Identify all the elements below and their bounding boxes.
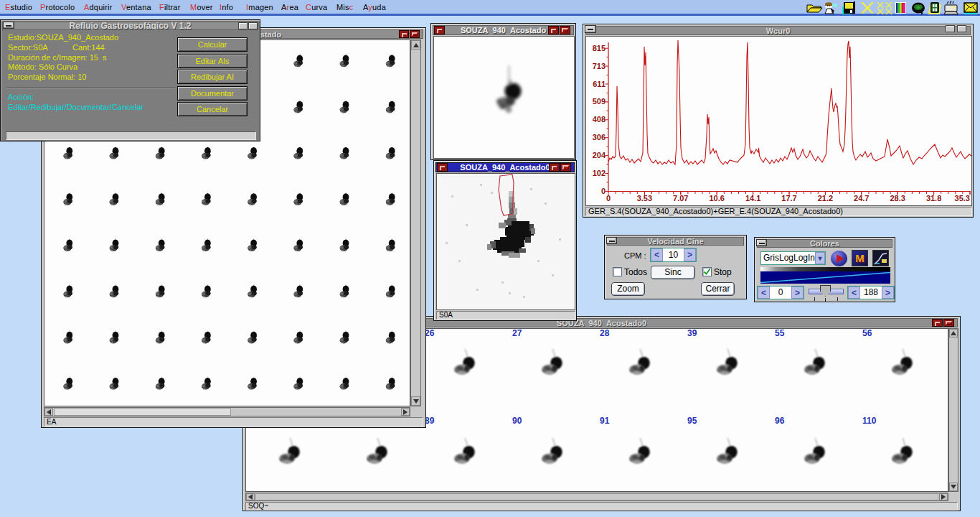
svg-text:509: 509 bbox=[593, 97, 606, 106]
svg-text:35.3: 35.3 bbox=[955, 194, 970, 202]
svg-text:0: 0 bbox=[601, 187, 606, 195]
svg-text:204: 204 bbox=[593, 151, 606, 159]
svg-text:713: 713 bbox=[593, 62, 606, 70]
svg-text:611: 611 bbox=[593, 80, 606, 88]
svg-text:408: 408 bbox=[593, 115, 606, 124]
svg-text:102: 102 bbox=[593, 169, 606, 177]
svg-text:815: 815 bbox=[593, 44, 606, 52]
svg-text:306: 306 bbox=[593, 133, 606, 141]
